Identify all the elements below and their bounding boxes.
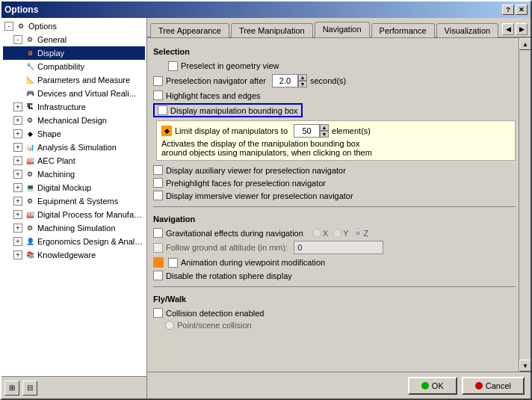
tree-item-parameters[interactable]: 📐 Parameters and Measure — [3, 73, 145, 87]
radio-z-item[interactable]: Z — [353, 229, 369, 238]
options-icon: ⚙ — [15, 20, 27, 32]
tree-item-analysis[interactable]: + 📊 Analysis & Simulation — [3, 141, 145, 154]
tree-item-equipment[interactable]: + ⚙ Equipment & Systems — [3, 194, 145, 208]
highlight-faces-checkbox[interactable] — [153, 90, 163, 100]
expand-icon-ergonomics[interactable]: + — [13, 237, 22, 246]
aec-icon: 🏭 — [24, 155, 36, 167]
tree-item-knowledge[interactable]: + 📚 Knowledgeware — [3, 248, 145, 262]
gravitational-label: Gravitational effects during navigation — [166, 229, 303, 238]
tree-item-ergonomics[interactable]: + 👤 Ergonomics Design & Analy... — [3, 235, 145, 248]
expand-icon-infrastructure[interactable]: + — [13, 102, 22, 111]
tree-label-mechanical: Mechanical Design — [37, 116, 107, 125]
scroll-track[interactable] — [519, 50, 531, 360]
collision-checkbox[interactable] — [153, 308, 163, 318]
display-auxiliary-checkbox[interactable] — [153, 165, 163, 175]
tree-item-compatibility[interactable]: 🔧 Compatibility — [3, 60, 145, 73]
point-scene-radio[interactable] — [165, 321, 174, 330]
help-button[interactable]: ? — [502, 4, 514, 15]
radio-x-item[interactable]: X — [312, 229, 328, 238]
compatibility-icon: 🔧 — [24, 61, 36, 73]
limit-value-input[interactable] — [294, 124, 320, 138]
spinbox-up-btn[interactable]: ▲ — [298, 74, 307, 81]
limit-spinbox-down-btn[interactable]: ▼ — [320, 131, 329, 138]
tree-label-equipment: Equipment & Systems — [37, 197, 118, 206]
tree-item-digital-process[interactable]: + 🏭 Digital Process for Manufact... — [3, 208, 145, 221]
cancel-button[interactable]: Cancel — [462, 377, 525, 395]
tree-item-digital-mockup[interactable]: + 💻 Digital Mockup — [3, 181, 145, 194]
tree-collapse-btn[interactable]: ⊟ — [22, 381, 37, 396]
expand-icon-machining[interactable]: + — [13, 170, 22, 179]
tab-tree-manipulation[interactable]: Tree Manipulation — [231, 23, 313, 37]
follow-ground-label: Follow ground at altitude (in mm): — [166, 243, 288, 252]
collision-label: Collision detection enabled — [166, 309, 264, 318]
digital-process-icon: 🏭 — [24, 209, 36, 221]
tree-item-options[interactable]: - ⚙ Options — [3, 19, 145, 33]
tree-item-infrastructure[interactable]: + 🏗 Infrastructure — [3, 100, 145, 114]
expand-icon-analysis[interactable]: + — [13, 143, 22, 152]
radio-x[interactable] — [312, 229, 321, 238]
display-immersive-checkbox[interactable] — [153, 191, 163, 200]
gravitational-checkbox[interactable] — [153, 228, 163, 238]
expand-icon-digital-process[interactable]: + — [13, 210, 22, 219]
shape-icon: ◆ — [24, 128, 36, 140]
tab-tree-appearance[interactable]: Tree Appearance — [150, 23, 229, 37]
expand-icon-knowledge[interactable]: + — [13, 250, 22, 259]
spinbox-down-btn[interactable]: ▼ — [298, 81, 307, 87]
animation-checkbox[interactable] — [168, 258, 178, 268]
prehighlight-checkbox[interactable] — [153, 178, 163, 188]
scroll-down-btn[interactable]: ▼ — [519, 360, 531, 372]
limit-row: ◆ Limit display of manipulators to ▲ ▼ e… — [161, 124, 510, 138]
expand-icon-digital-mockup[interactable]: + — [13, 183, 22, 192]
tree-label-parameters: Parameters and Measure — [37, 76, 130, 84]
tab-prev-button[interactable]: ◀ — [502, 23, 514, 35]
tab-navigation[interactable]: Navigation — [315, 22, 370, 37]
tree-label-knowledge: Knowledgeware — [37, 250, 96, 259]
limit-unit-label: element(s) — [332, 126, 371, 135]
expand-icon-aec[interactable]: + — [13, 156, 22, 165]
expand-icon-mechanical[interactable]: + — [13, 116, 22, 125]
display-bounding-checkbox[interactable] — [158, 105, 167, 115]
mechanical-icon: ⚙ — [24, 114, 36, 126]
expand-icon-shape[interactable]: + — [13, 129, 22, 138]
expand-icon-equipment[interactable]: + — [13, 197, 22, 206]
preselect-geometry-checkbox[interactable] — [168, 61, 178, 71]
tree-item-mechanical[interactable]: + ⚙ Mechanical Design — [3, 114, 145, 127]
preselect-value-input[interactable] — [272, 74, 298, 87]
ok-icon — [421, 382, 429, 390]
tab-visualization[interactable]: Visualization — [436, 23, 499, 37]
follow-ground-input[interactable] — [294, 241, 383, 254]
disable-rotation-label: Disable the rotation sphere display — [166, 271, 292, 280]
tree-item-machining[interactable]: + ⚙ Machining — [3, 167, 145, 181]
tree-expand-btn[interactable]: ⊞ — [4, 381, 19, 396]
tree-item-devices[interactable]: 🎮 Devices and Virtual Reali... — [3, 87, 145, 100]
left-panel: - ⚙ Options - ⚙ General 🖥 Display 🔧 — [1, 18, 147, 399]
left-panel-bottom: ⊞ ⊟ — [1, 376, 146, 399]
expand-icon-options[interactable]: - — [4, 22, 13, 31]
ok-button[interactable]: OK — [408, 377, 457, 395]
window-title: Options — [4, 4, 38, 15]
tab-tree-manipulation-label: Tree Manipulation — [239, 26, 305, 35]
tab-performance[interactable]: Performance — [371, 23, 435, 37]
tree-item-machining-sim[interactable]: + ⚙ Machining Simulation — [3, 221, 145, 235]
preselect-navigator-checkbox[interactable] — [153, 76, 163, 86]
expand-icon-machining-sim[interactable]: + — [13, 224, 22, 233]
radio-y-item[interactable]: Y — [332, 229, 348, 238]
follow-ground-checkbox[interactable] — [153, 243, 163, 253]
radio-y[interactable] — [332, 229, 341, 238]
prehighlight-label: Prehighlight faces for preselection navi… — [166, 179, 326, 188]
animation-label: Animation during viewpoint modification — [181, 258, 325, 267]
radio-z[interactable] — [353, 229, 362, 238]
tree-label-shape: Shape — [37, 129, 61, 138]
tree-item-aec[interactable]: + 🏭 AEC Plant — [3, 154, 145, 167]
preselect-navigator-label: Preselection navigator after — [166, 76, 266, 85]
tree-item-display[interactable]: 🖥 Display — [3, 46, 145, 60]
tree-item-shape[interactable]: + ◆ Shape — [3, 127, 145, 141]
tree-item-general[interactable]: - ⚙ General — [3, 33, 145, 46]
radio-y-label: Y — [343, 229, 348, 238]
disable-rotation-checkbox[interactable] — [153, 271, 163, 280]
tab-next-button[interactable]: ▶ — [516, 23, 528, 35]
limit-spinbox-up-btn[interactable]: ▲ — [320, 124, 329, 131]
close-button[interactable]: ✕ — [516, 4, 528, 15]
scroll-up-btn[interactable]: ▲ — [519, 38, 531, 50]
expand-icon-general[interactable]: - — [13, 35, 22, 44]
